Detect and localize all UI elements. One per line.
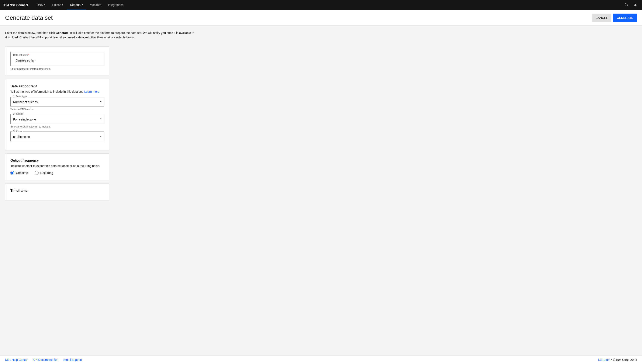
content-section-title: Data set content bbox=[11, 84, 104, 88]
dataset-name-hint: Enter a name for internal reference. bbox=[11, 68, 104, 70]
output-frequency-title: Output frequency bbox=[11, 159, 104, 162]
radio-recurring[interactable]: Recurring bbox=[35, 171, 53, 175]
generate-button[interactable]: GENERATE bbox=[613, 14, 637, 22]
nav-item-integrations[interactable]: Integrations bbox=[105, 0, 127, 10]
nav-item-dns[interactable]: DNS ▾ bbox=[33, 0, 49, 10]
scope-select-wrapper: For a single zone For all zones For a re… bbox=[11, 114, 104, 124]
timeframe-title: Timeframe bbox=[11, 189, 104, 192]
timeframe-card: Timeframe bbox=[5, 184, 109, 200]
dataset-name-label: Data set name* bbox=[13, 54, 101, 56]
chevron-down-icon: ▾ bbox=[82, 4, 83, 6]
cancel-button[interactable]: CANCEL bbox=[592, 14, 611, 22]
dataset-name-input[interactable] bbox=[13, 57, 101, 64]
zone-select[interactable]: ns1filter.com example.com bbox=[11, 132, 104, 141]
chevron-down-icon: ▾ bbox=[62, 4, 63, 6]
nav-right-actions bbox=[623, 2, 638, 8]
description-text: Enter the details below, and then click … bbox=[5, 31, 196, 40]
header-actions: CANCEL GENERATE bbox=[592, 14, 637, 26]
dataset-content-card: Data set content Tell us the type of inf… bbox=[5, 79, 109, 150]
data-type-select-wrapper: Number of queries Query volume NXDOMAIN … bbox=[11, 97, 104, 106]
dataset-name-card: Data set name* Enter a name for internal… bbox=[5, 46, 109, 76]
page-title: Generate data set bbox=[5, 14, 53, 24]
data-type-dropdown-group: 1. Data type Number of queries Query vol… bbox=[11, 97, 104, 106]
top-navigation: IBM NS1 Connect DNS ▾ Pulsar ▾ Reports ▾… bbox=[0, 0, 642, 10]
nav-item-reports[interactable]: Reports ▾ bbox=[67, 0, 86, 10]
radio-recurring-input[interactable] bbox=[35, 171, 39, 175]
output-frequency-desc: Indicate whether to export this data set… bbox=[11, 164, 104, 168]
dataset-name-field[interactable]: Data set name* bbox=[11, 52, 104, 66]
scope-dropdown-group: 2. Scope For a single zone For all zones… bbox=[11, 114, 104, 124]
zone-dropdown-group: 3. Zone ns1filter.com example.com ▾ bbox=[11, 132, 104, 141]
output-frequency-radios: One time Recurring bbox=[11, 171, 104, 175]
output-frequency-card: Output frequency Indicate whether to exp… bbox=[5, 153, 109, 180]
nav-item-pulsar[interactable]: Pulsar ▾ bbox=[49, 0, 67, 10]
data-type-select[interactable]: Number of queries Query volume NXDOMAIN … bbox=[11, 98, 104, 106]
content-section-desc: Tell us the type of information to inclu… bbox=[11, 90, 104, 93]
page-content: Enter the details below, and then click … bbox=[0, 26, 297, 218]
radio-one-time-input[interactable] bbox=[11, 171, 14, 175]
search-icon[interactable] bbox=[623, 2, 630, 8]
nav-item-monitors[interactable]: Monitors bbox=[86, 0, 105, 10]
learn-more-link[interactable]: Learn more bbox=[84, 90, 100, 93]
scope-hint: Select the DNS object(s) to include. bbox=[11, 125, 104, 128]
nav-items: DNS ▾ Pulsar ▾ Reports ▾ Monitors Integr… bbox=[33, 0, 623, 10]
radio-one-time[interactable]: One time bbox=[11, 171, 28, 175]
user-icon[interactable] bbox=[632, 2, 638, 8]
zone-select-wrapper: ns1filter.com example.com ▾ bbox=[11, 132, 104, 141]
page-header: Generate data set CANCEL GENERATE bbox=[0, 10, 642, 26]
chevron-down-icon: ▾ bbox=[44, 4, 46, 6]
brand-logo: IBM NS1 Connect bbox=[4, 4, 28, 7]
data-type-hint: Select a DNS metric. bbox=[11, 108, 104, 111]
scope-select[interactable]: For a single zone For all zones For a re… bbox=[11, 115, 104, 124]
